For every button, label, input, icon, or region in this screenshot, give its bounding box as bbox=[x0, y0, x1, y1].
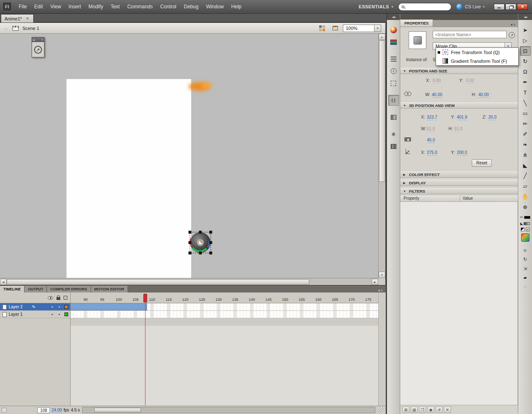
scale-option[interactable]: ⇲ bbox=[520, 264, 531, 273]
menu-debug[interactable]: Debug bbox=[180, 0, 202, 14]
minimize-button[interactable] bbox=[494, 4, 505, 10]
height-value[interactable]: 40.00 bbox=[478, 92, 489, 98]
height-3d-value[interactable]: 51.0 bbox=[454, 126, 462, 132]
presets-icon[interactable]: ▤ bbox=[411, 407, 418, 413]
column-divider[interactable] bbox=[460, 196, 460, 201]
menu-control[interactable]: Control bbox=[157, 0, 180, 14]
export-arrow-icon[interactable] bbox=[34, 46, 42, 54]
close-icon[interactable] bbox=[41, 38, 43, 41]
layer-outline-color[interactable] bbox=[64, 305, 68, 309]
delete-filter-icon[interactable]: ✕ bbox=[444, 407, 451, 413]
frames-row-layer-2[interactable] bbox=[71, 303, 378, 311]
y-3d-value[interactable]: 401.9 bbox=[457, 115, 467, 120]
back-arrow-icon[interactable] bbox=[3, 25, 9, 31]
scroll-right-icon[interactable] bbox=[372, 279, 378, 285]
pencil-tool[interactable]: ✏ bbox=[520, 119, 531, 129]
reset-filters-icon[interactable]: ↺ bbox=[436, 407, 443, 413]
swap-colors-icon[interactable]: ⇄ bbox=[526, 228, 530, 231]
filters-list[interactable] bbox=[400, 202, 518, 405]
perspective-angle-value[interactable]: 45.0 bbox=[427, 138, 435, 143]
zoom-dropdown-icon[interactable] bbox=[374, 25, 381, 32]
collapse-tools-icon[interactable] bbox=[518, 14, 532, 20]
free-transform-tool-menu-item[interactable]: Free Transform Tool (Q) bbox=[436, 48, 518, 57]
zoom-value[interactable]: 100% bbox=[343, 26, 374, 31]
edit-scene-button[interactable] bbox=[330, 24, 340, 32]
clipboard-icon[interactable]: ❐ bbox=[419, 407, 426, 413]
menu-commands[interactable]: Commands bbox=[123, 0, 156, 14]
components-panel-icon[interactable] bbox=[388, 112, 399, 123]
transform-panel-icon[interactable] bbox=[388, 78, 399, 89]
frames-grid[interactable] bbox=[71, 303, 378, 326]
section-filters[interactable]: FILTERS bbox=[400, 188, 518, 194]
subselection-tool[interactable]: ▷ bbox=[520, 36, 531, 45]
tab-compiler-errors[interactable]: COMPILER ERRORS bbox=[47, 286, 91, 293]
y-value[interactable]: 0.00 bbox=[466, 78, 474, 84]
frame-rate-value[interactable]: 24.00 bbox=[52, 408, 62, 413]
free-transform-tool[interactable]: ⊡ bbox=[520, 46, 531, 56]
add-filter-icon[interactable]: ⊞ bbox=[402, 407, 409, 413]
x-3d-value[interactable]: 323.7 bbox=[427, 115, 437, 120]
brush-tool[interactable]: ✐ bbox=[520, 129, 531, 139]
color-panel-icon[interactable] bbox=[388, 25, 399, 35]
layer-outline-color[interactable] bbox=[64, 312, 68, 316]
frames-row-layer-1[interactable] bbox=[71, 311, 378, 318]
app-logo-icon[interactable]: Fl bbox=[2, 2, 12, 11]
menu-file[interactable]: File bbox=[15, 0, 30, 14]
stage-pasteboard[interactable] bbox=[0, 34, 378, 278]
vertical-scroll-thumb[interactable] bbox=[379, 40, 385, 182]
library-panel-icon[interactable] bbox=[388, 141, 399, 152]
scroll-left-icon[interactable] bbox=[0, 279, 7, 285]
scene-label[interactable]: Scene 1 bbox=[22, 26, 39, 31]
zoom-control[interactable]: 100% bbox=[343, 25, 381, 32]
envelope-option[interactable]: ◌ bbox=[520, 283, 531, 291]
current-frame-field[interactable]: 108 bbox=[37, 407, 50, 413]
close-tab-icon[interactable] bbox=[25, 16, 30, 21]
layer-row-layer-2[interactable]: Layer 2✎•• bbox=[0, 303, 70, 311]
x-value[interactable]: 0.00 bbox=[433, 78, 441, 84]
section-color-effect[interactable]: COLOR EFFECT bbox=[400, 171, 518, 178]
tab-properties[interactable]: PROPERTIES bbox=[400, 20, 433, 27]
layer-lock-toggle[interactable]: • bbox=[56, 312, 63, 317]
scroll-up-icon[interactable] bbox=[379, 34, 385, 40]
lock-all-icon[interactable] bbox=[57, 297, 60, 300]
edit-symbols-button[interactable] bbox=[317, 24, 327, 32]
panel-menu-icon[interactable] bbox=[378, 289, 386, 293]
link-dimensions-icon[interactable] bbox=[404, 92, 411, 96]
info-panel-icon[interactable] bbox=[388, 66, 399, 77]
outline-all-icon[interactable] bbox=[64, 296, 67, 300]
distort-option[interactable]: ▰ bbox=[520, 273, 531, 282]
restore-button[interactable] bbox=[505, 4, 516, 10]
width-3d-value[interactable]: 51.0 bbox=[427, 126, 435, 132]
symbol-thumbnail[interactable] bbox=[409, 31, 426, 49]
menu-window[interactable]: Window bbox=[202, 0, 228, 14]
gradient-transform-tool-menu-item[interactable]: Gradient Transform Tool (F) bbox=[436, 57, 518, 65]
code-snippets-panel-icon[interactable] bbox=[388, 95, 399, 106]
tween-span[interactable] bbox=[71, 303, 147, 310]
rotation-3d-tool[interactable]: ↻ bbox=[520, 57, 531, 66]
show-hide-all-icon[interactable] bbox=[48, 296, 53, 300]
timeline-scrollbar[interactable] bbox=[82, 407, 375, 413]
eyedropper-tool[interactable]: ╱ bbox=[520, 171, 531, 181]
bone-tool[interactable]: ⋔ bbox=[520, 150, 531, 160]
menu-view[interactable]: View bbox=[47, 0, 65, 14]
vanishing-y-value[interactable]: 200.0 bbox=[457, 150, 467, 156]
snap-to-objects-option[interactable]: ∪ bbox=[520, 246, 531, 254]
document-tab[interactable]: Anime1* bbox=[1, 14, 34, 22]
search-input[interactable] bbox=[406, 4, 448, 9]
stroke-color-chip[interactable] bbox=[524, 216, 530, 219]
zoom-tool[interactable]: ⊕ bbox=[520, 202, 531, 212]
timeline-scroll-thumb[interactable] bbox=[94, 408, 141, 412]
fill-color-chip[interactable] bbox=[524, 222, 530, 225]
z-3d-value[interactable]: 20.0 bbox=[488, 115, 496, 120]
layer-visibility-toggle[interactable]: • bbox=[49, 312, 56, 317]
floating-panel[interactable] bbox=[32, 37, 44, 57]
rotate-skew-option[interactable]: ↻ bbox=[520, 255, 531, 263]
stage-vertical-scrollbar[interactable] bbox=[378, 34, 385, 278]
swatches-panel-icon[interactable] bbox=[388, 37, 399, 47]
reset-button[interactable]: Reset bbox=[472, 159, 492, 167]
workspace-switcher[interactable]: ESSENTIALS bbox=[359, 4, 394, 9]
section-3d-position-and-view[interactable]: 3D POSITION AND VIEW bbox=[400, 102, 518, 109]
panel-menu-icon[interactable] bbox=[511, 23, 518, 27]
menu-text[interactable]: Text bbox=[107, 0, 123, 14]
search-box[interactable] bbox=[398, 3, 451, 11]
